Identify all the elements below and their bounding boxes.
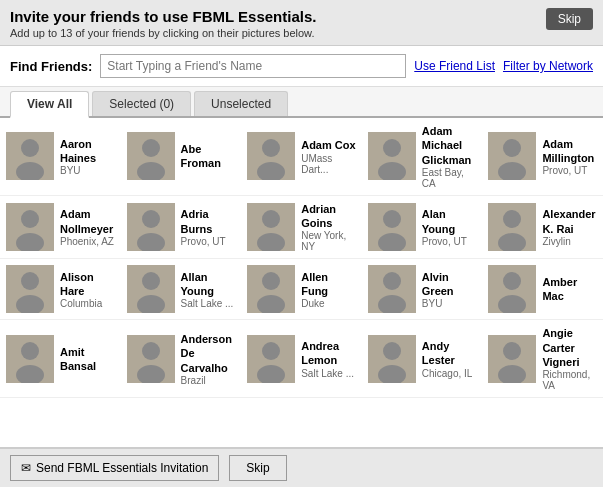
tab-view-all[interactable]: View All	[10, 91, 89, 118]
friend-name: Amber Mac	[542, 275, 597, 304]
friend-info: Adrian GoinsNew York, NY	[301, 202, 356, 253]
list-item[interactable]: Angie Carter VigneriRichmond, VA	[482, 320, 603, 398]
friend-name: Alexander K. Rai	[542, 207, 597, 236]
friend-info: Alexander K. RaiZivylin	[542, 207, 597, 247]
skip-bottom-button[interactable]: Skip	[229, 455, 286, 481]
list-item[interactable]: Anderson De CarvalhoBrazil	[121, 320, 242, 398]
avatar	[488, 132, 536, 180]
list-item[interactable]: Alan YoungProvo, UT	[362, 196, 483, 260]
tab-selected[interactable]: Selected (0)	[92, 91, 191, 116]
friend-info: Alison HareColumbia	[60, 270, 115, 310]
skip-top-button[interactable]: Skip	[546, 8, 593, 30]
list-item[interactable]: Amber Mac	[482, 259, 603, 320]
friend-name: Andy Lester	[422, 339, 477, 368]
friend-name: Amit Bansal	[60, 345, 115, 374]
list-item[interactable]: Allen FungDuke	[241, 259, 362, 320]
avatar	[488, 335, 536, 383]
friend-name: Abe Froman	[181, 142, 236, 171]
friend-info: Adam CoxUMass Dart...	[301, 138, 356, 174]
friend-detail: Richmond, VA	[542, 369, 597, 391]
page-header: Invite your friends to use FBML Essentia…	[0, 0, 603, 46]
header-left: Invite your friends to use FBML Essentia…	[10, 8, 316, 39]
friend-name: Adam Nollmeyer	[60, 207, 115, 236]
list-item[interactable]: Adam CoxUMass Dart...	[241, 118, 362, 196]
friend-detail: Provo, UT	[542, 165, 597, 176]
page-title: Invite your friends to use FBML Essentia…	[10, 8, 316, 25]
search-input[interactable]	[100, 54, 406, 78]
avatar	[6, 132, 54, 180]
friend-info: Aaron HainesBYU	[60, 137, 115, 177]
list-item[interactable]: Alvin GreenBYU	[362, 259, 483, 320]
send-invite-button[interactable]: ✉ Send FBML Essentials Invitation	[10, 455, 219, 481]
friend-name: Adrian Goins	[301, 202, 356, 231]
friend-detail: Chicago, IL	[422, 368, 477, 379]
friend-info: Anderson De CarvalhoBrazil	[181, 332, 236, 386]
friend-info: Amber Mac	[542, 275, 597, 304]
tab-unselected[interactable]: Unselected	[194, 91, 288, 116]
friends-grid-wrapper[interactable]: Aaron HainesBYUAbe FromanAdam CoxUMass D…	[0, 118, 603, 448]
friend-info: Angie Carter VigneriRichmond, VA	[542, 326, 597, 391]
list-item[interactable]: Adam Michael GlickmanEast Bay, CA	[362, 118, 483, 196]
friend-info: Adam MillingtonProvo, UT	[542, 137, 597, 177]
svg-point-4	[142, 139, 160, 157]
avatar	[127, 265, 175, 313]
svg-point-37	[262, 272, 280, 290]
avatar	[6, 335, 54, 383]
list-item[interactable]: Aaron HainesBYU	[0, 118, 121, 196]
friend-detail: BYU	[60, 165, 115, 176]
svg-point-10	[383, 139, 401, 157]
friend-info: Allan YoungSalt Lake ...	[181, 270, 236, 310]
list-item[interactable]: Allan YoungSalt Lake ...	[121, 259, 242, 320]
list-item[interactable]: Adrian GoinsNew York, NY	[241, 196, 362, 260]
list-item[interactable]: Amit Bansal	[0, 320, 121, 398]
friend-detail: Zivylin	[542, 236, 597, 247]
list-item[interactable]: Alexander K. RaiZivylin	[482, 196, 603, 260]
list-item[interactable]: Andy LesterChicago, IL	[362, 320, 483, 398]
friend-detail: UMass Dart...	[301, 153, 356, 175]
avatar	[488, 203, 536, 251]
avatar	[368, 132, 416, 180]
list-item[interactable]: Alison HareColumbia	[0, 259, 121, 320]
svg-point-7	[262, 139, 280, 157]
use-friend-list-link[interactable]: Use Friend List	[414, 59, 495, 73]
friend-name: Angie Carter Vigneri	[542, 326, 597, 369]
svg-point-46	[21, 342, 39, 360]
list-item[interactable]: Adam NollmeyerPhoenix, AZ	[0, 196, 121, 260]
svg-point-22	[262, 210, 280, 228]
friend-detail: Provo, UT	[181, 236, 236, 247]
list-item[interactable]: Adria BurnsProvo, UT	[121, 196, 242, 260]
friend-detail: New York, NY	[301, 230, 356, 252]
friend-name: Allan Young	[181, 270, 236, 299]
avatar	[368, 203, 416, 251]
friend-info: Alan YoungProvo, UT	[422, 207, 477, 247]
avatar	[247, 132, 295, 180]
list-item[interactable]: Adam MillingtonProvo, UT	[482, 118, 603, 196]
svg-point-49	[142, 342, 160, 360]
avatar	[247, 203, 295, 251]
friend-detail: Salt Lake ...	[301, 368, 356, 379]
svg-point-40	[383, 272, 401, 290]
avatar	[6, 203, 54, 251]
friend-name: Alison Hare	[60, 270, 115, 299]
friend-detail: Duke	[301, 298, 356, 309]
svg-point-55	[383, 342, 401, 360]
svg-point-34	[142, 272, 160, 290]
svg-point-58	[503, 342, 521, 360]
list-item[interactable]: Andrea LemonSalt Lake ...	[241, 320, 362, 398]
svg-point-25	[383, 210, 401, 228]
friend-info: Andy LesterChicago, IL	[422, 339, 477, 379]
friend-name: Adam Millington	[542, 137, 597, 166]
filter-by-network-link[interactable]: Filter by Network	[503, 59, 593, 73]
page-subtitle: Add up to 13 of your friends by clicking…	[10, 27, 316, 39]
friend-detail: Columbia	[60, 298, 115, 309]
friend-name: Adam Cox	[301, 138, 356, 152]
svg-point-52	[262, 342, 280, 360]
avatar	[247, 265, 295, 313]
list-item[interactable]: Abe Froman	[121, 118, 242, 196]
friend-name: Alvin Green	[422, 270, 477, 299]
friend-info: Adam NollmeyerPhoenix, AZ	[60, 207, 115, 247]
find-friends-label: Find Friends:	[10, 59, 92, 74]
avatar	[6, 265, 54, 313]
svg-point-13	[503, 139, 521, 157]
friend-name: Adam Michael Glickman	[422, 124, 477, 167]
